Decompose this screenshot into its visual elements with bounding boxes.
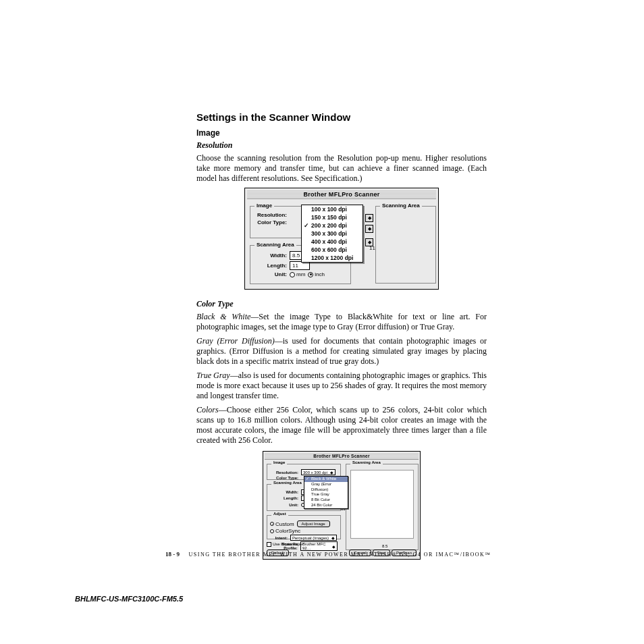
resolution-option[interactable]: 300 x 300 dpi: [302, 230, 363, 238]
group-image-label: Image: [254, 203, 274, 209]
page-footer: 18 - 9 USING THE BROTHER MFC WITH A NEW …: [165, 551, 516, 558]
window-title-2: Brother MFLPro Scanner: [265, 453, 419, 460]
group-image-2: Image Resolution:300 x 300 dpi◆ Color Ty…: [267, 464, 341, 480]
paragraph-colors: Colors—Choose either 256 Color, which sc…: [196, 405, 487, 446]
colortype-option[interactable]: True Gray: [304, 492, 348, 498]
resolution-option[interactable]: 100 x 100 dpi: [302, 205, 363, 213]
document-id: BHLMFC-US-MFC3100C-FM5.5: [75, 595, 183, 603]
paragraph-tg: True Gray—also is used for documents con…: [196, 371, 487, 401]
label-length: Length:: [253, 263, 287, 269]
adjust-image-button[interactable]: Adjust Image: [297, 520, 330, 527]
popup-intent[interactable]: Perceptual (Images)◆: [290, 535, 337, 541]
window-title: Brother MFLPro Scanner: [247, 190, 436, 199]
resolution-option[interactable]: 1200 x 1200 dpi: [302, 254, 363, 262]
preview-w: 8.5: [382, 544, 387, 548]
paragraph-bw: Black & White—Set the image Type to Blac…: [196, 312, 487, 332]
paragraph-resolution: Choose the scanning resolution from the …: [196, 153, 487, 184]
resolution-option[interactable]: 400 x 400 dpi: [302, 238, 363, 246]
resolution-menu[interactable]: 100 x 100 dpi150 x 150 dpi200 x 200 dpi3…: [301, 205, 363, 263]
colortype-option[interactable]: Black & White: [304, 477, 348, 482]
label-colortype-2: Color Type:: [270, 476, 298, 480]
radio-custom[interactable]: Custom: [270, 521, 294, 527]
page-number: 18 - 9: [165, 551, 180, 558]
label-unit: Unit:: [253, 271, 287, 277]
group-scanarea-label-2: Scanning Area: [271, 481, 304, 485]
label-unit-2: Unit:: [270, 503, 298, 507]
screenshot-colortype-menu: Brother MFLPro Scanner Image Resolution:…: [263, 451, 421, 560]
group-preview: Scanning Area 11: [375, 206, 436, 284]
dropdown-colortype-arrow[interactable]: ◆: [365, 225, 373, 233]
resolution-option[interactable]: 150 x 150 dpi: [302, 213, 363, 221]
footer-text: USING THE BROTHER MFC WITH A NEW POWER M…: [189, 552, 491, 558]
group-scanarea-label: Scanning Area: [254, 242, 296, 248]
radio-inch[interactable]: inch: [308, 271, 325, 277]
label-width: Width:: [253, 252, 287, 259]
label-resolution: Resolution:: [253, 212, 287, 218]
colortype-option[interactable]: 8 Bit Color: [304, 498, 348, 503]
group-image-label-2: Image: [271, 460, 287, 464]
popup-resolution[interactable]: 300 x 300 dpi◆: [301, 469, 336, 475]
resolution-option[interactable]: 600 x 600 dpi: [302, 246, 363, 254]
colortype-option[interactable]: 24 Bit Color: [304, 503, 348, 508]
radio-colorsync[interactable]: ColorSync: [270, 528, 300, 534]
checkbox-photopaper-label: Use Photo Paper: [273, 542, 304, 546]
section-resolution: Resolution: [196, 140, 487, 151]
resolution-option[interactable]: 200 x 200 dpi: [302, 221, 363, 230]
radio-custom-label: Custom: [275, 521, 294, 527]
group-preview-2: Scanning Area 11 8.5: [346, 464, 419, 550]
label-intent: Intent:: [270, 536, 288, 540]
group-adjust: Adjust Custom Adjust Image ColorSync Int…: [267, 515, 341, 539]
dropdown-extra-arrow[interactable]: ◆: [365, 238, 373, 246]
radio-mm-label: mm: [296, 271, 305, 277]
dropdown-resolution-arrow[interactable]: ◆: [365, 214, 373, 222]
preview-canvas: [350, 470, 414, 539]
paragraph-ged: Gray (Error Diffusion)—is used for docum…: [196, 336, 487, 367]
radio-colorsync-label: ColorSync: [275, 528, 300, 534]
label-width-2: Width:: [270, 490, 298, 494]
radio-mm[interactable]: mm: [290, 271, 305, 277]
page-heading: Settings in the Scanner Window: [196, 111, 487, 123]
label-resolution-2: Resolution:: [270, 471, 298, 475]
label-length-2: Length:: [270, 496, 298, 500]
radio-inch-label: inch: [315, 271, 325, 277]
label-colortype: Color Type:: [253, 219, 287, 225]
checkbox-photopaper[interactable]: Use Photo Paper: [267, 542, 304, 547]
colortype-menu[interactable]: Black & WhiteGray (Error Diffusion)True …: [304, 476, 348, 509]
group-preview-label: Scanning Area: [380, 203, 422, 209]
screenshot-resolution-menu: Brother MFLPro Scanner Image Resolution:…: [244, 188, 439, 290]
section-image: Image: [196, 128, 487, 138]
group-adjust-label: Adjust: [271, 512, 288, 516]
colortype-option[interactable]: Gray (Error Diffusion): [304, 482, 348, 493]
section-colortype: Color Type: [196, 299, 487, 309]
group-preview-label-2: Scanning Area: [350, 460, 383, 464]
